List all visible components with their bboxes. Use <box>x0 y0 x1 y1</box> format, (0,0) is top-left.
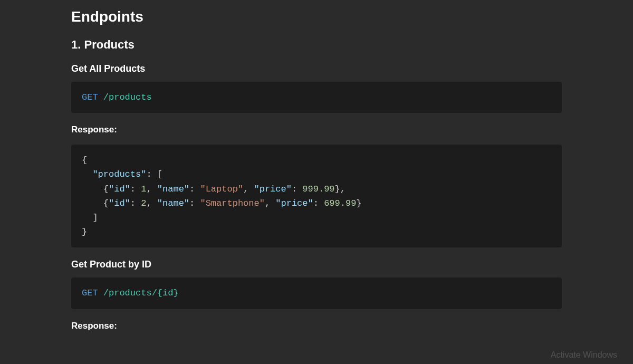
code-token: , <box>146 198 157 208</box>
code-token: : <box>130 198 141 208</box>
code-token: { <box>82 184 109 194</box>
code-token: , <box>243 184 254 194</box>
code-token: "id" <box>109 198 130 208</box>
request-code-get-by-id[interactable]: GET /products/{id} <box>71 277 562 309</box>
code-token: } <box>356 198 361 208</box>
code-token: } <box>82 227 87 237</box>
code-token: "id" <box>109 184 130 194</box>
code-token: : [ <box>146 169 162 179</box>
request-code-get-all[interactable]: GET /products <box>71 82 562 113</box>
code-token: : <box>189 184 200 194</box>
code-token: "Laptop" <box>200 184 243 194</box>
code-token: 1 <box>141 184 146 194</box>
code-token: "price" <box>254 184 292 194</box>
response-label: Response: <box>71 124 562 135</box>
code-token: , <box>146 184 157 194</box>
section-title: Endpoints <box>71 8 562 25</box>
response-label-2: Response: <box>71 321 562 331</box>
code-token: 699.99 <box>324 198 356 208</box>
code-token: "products" <box>92 169 146 179</box>
http-method: GET <box>82 288 98 298</box>
doc-content: Endpoints 1. Products Get All Products G… <box>0 0 633 331</box>
code-token <box>82 169 92 179</box>
code-token: "name" <box>157 184 189 194</box>
code-token: : <box>313 198 324 208</box>
code-token: 2 <box>141 198 146 208</box>
endpoint-title-get-all: Get All Products <box>71 63 562 74</box>
code-token: : <box>189 198 200 208</box>
code-token: "Smartphone" <box>200 198 264 208</box>
code-token: { <box>82 155 87 165</box>
code-token: : <box>292 184 302 194</box>
code-token: "name" <box>157 198 189 208</box>
activate-windows-watermark: Activate Windows <box>551 350 617 360</box>
code-token: ] <box>82 213 98 223</box>
code-token: }, <box>335 184 346 194</box>
code-token: , <box>265 198 275 208</box>
code-token: 999.99 <box>302 184 334 194</box>
subsection-title: 1. Products <box>71 38 562 52</box>
endpoint-title-get-by-id: Get Product by ID <box>71 259 562 270</box>
code-token: : <box>130 184 141 194</box>
response-code-get-all[interactable]: { "products": [ {"id": 1, "name": "Lapto… <box>71 145 562 247</box>
http-method: GET <box>82 92 98 102</box>
http-path: /products/{id} <box>103 288 179 298</box>
code-token: "price" <box>275 198 313 208</box>
http-path: /products <box>103 92 152 102</box>
code-token: { <box>82 198 109 208</box>
